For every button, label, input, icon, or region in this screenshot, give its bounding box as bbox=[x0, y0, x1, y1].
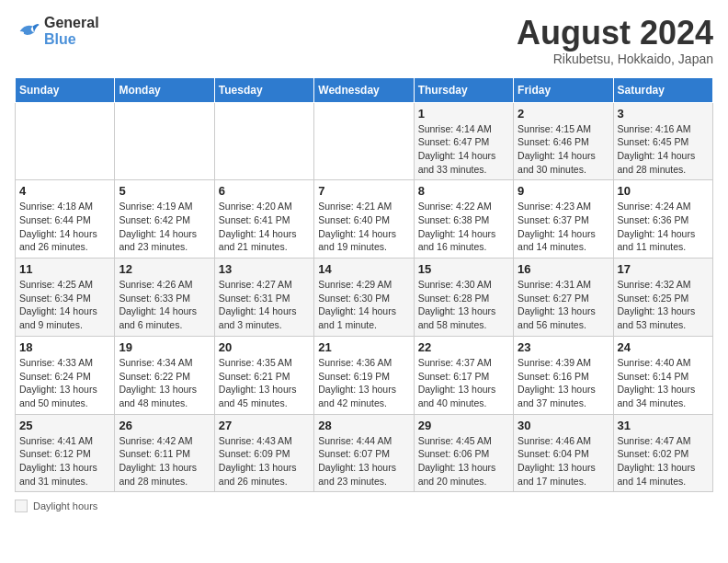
day-info: Sunrise: 4:37 AM Sunset: 6:17 PM Dayligh… bbox=[418, 356, 509, 410]
day-info: Sunrise: 4:32 AM Sunset: 6:25 PM Dayligh… bbox=[618, 278, 709, 332]
day-number: 13 bbox=[219, 262, 310, 276]
table-row: 26Sunrise: 4:42 AM Sunset: 6:11 PM Dayli… bbox=[115, 414, 214, 492]
day-number: 20 bbox=[219, 340, 310, 354]
day-info: Sunrise: 4:26 AM Sunset: 6:33 PM Dayligh… bbox=[119, 278, 210, 332]
logo: General Blue bbox=[15, 15, 99, 48]
day-number: 19 bbox=[119, 340, 210, 354]
day-number: 3 bbox=[618, 107, 709, 121]
table-row: 17Sunrise: 4:32 AM Sunset: 6:25 PM Dayli… bbox=[613, 259, 712, 337]
calendar-week-row: 1Sunrise: 4:14 AM Sunset: 6:47 PM Daylig… bbox=[16, 102, 713, 180]
day-info: Sunrise: 4:20 AM Sunset: 6:41 PM Dayligh… bbox=[219, 200, 310, 254]
day-info: Sunrise: 4:21 AM Sunset: 6:40 PM Dayligh… bbox=[318, 200, 409, 254]
day-info: Sunrise: 4:39 AM Sunset: 6:16 PM Dayligh… bbox=[518, 356, 609, 410]
day-info: Sunrise: 4:33 AM Sunset: 6:24 PM Dayligh… bbox=[19, 356, 110, 410]
weekday-header: Thursday bbox=[414, 77, 513, 102]
table-row: 11Sunrise: 4:25 AM Sunset: 6:34 PM Dayli… bbox=[16, 259, 115, 337]
day-info: Sunrise: 4:42 AM Sunset: 6:11 PM Dayligh… bbox=[119, 434, 210, 488]
logo-general-text: General bbox=[44, 15, 99, 30]
table-row: 25Sunrise: 4:41 AM Sunset: 6:12 PM Dayli… bbox=[16, 414, 115, 492]
weekday-header: Sunday bbox=[16, 77, 115, 102]
table-row: 21Sunrise: 4:36 AM Sunset: 6:19 PM Dayli… bbox=[314, 336, 414, 414]
logo-bird-icon bbox=[15, 18, 40, 44]
table-row: 28Sunrise: 4:44 AM Sunset: 6:07 PM Dayli… bbox=[314, 414, 414, 492]
table-row: 12Sunrise: 4:26 AM Sunset: 6:33 PM Dayli… bbox=[115, 259, 214, 337]
day-number: 21 bbox=[318, 340, 409, 354]
calendar-week-row: 11Sunrise: 4:25 AM Sunset: 6:34 PM Dayli… bbox=[16, 259, 713, 337]
day-number: 24 bbox=[618, 340, 709, 354]
weekday-header: Monday bbox=[115, 77, 214, 102]
day-info: Sunrise: 4:34 AM Sunset: 6:22 PM Dayligh… bbox=[119, 356, 210, 410]
table-row: 14Sunrise: 4:29 AM Sunset: 6:30 PM Dayli… bbox=[314, 259, 414, 337]
legend: Daylight hours bbox=[15, 500, 713, 512]
day-number: 17 bbox=[618, 262, 709, 276]
table-row: 5Sunrise: 4:19 AM Sunset: 6:42 PM Daylig… bbox=[115, 180, 214, 259]
day-info: Sunrise: 4:18 AM Sunset: 6:44 PM Dayligh… bbox=[19, 200, 110, 254]
table-row: 2Sunrise: 4:15 AM Sunset: 6:46 PM Daylig… bbox=[514, 102, 613, 180]
table-row: 30Sunrise: 4:46 AM Sunset: 6:04 PM Dayli… bbox=[514, 414, 613, 492]
table-row: 18Sunrise: 4:33 AM Sunset: 6:24 PM Dayli… bbox=[16, 336, 115, 414]
day-info: Sunrise: 4:46 AM Sunset: 6:04 PM Dayligh… bbox=[518, 434, 609, 488]
day-info: Sunrise: 4:14 AM Sunset: 6:47 PM Dayligh… bbox=[418, 122, 509, 177]
day-number: 5 bbox=[119, 184, 210, 198]
day-number: 15 bbox=[418, 262, 509, 276]
day-number: 22 bbox=[418, 340, 509, 354]
table-row: 10Sunrise: 4:24 AM Sunset: 6:36 PM Dayli… bbox=[613, 180, 712, 259]
table-row: 15Sunrise: 4:30 AM Sunset: 6:28 PM Dayli… bbox=[414, 259, 513, 337]
day-number: 9 bbox=[518, 184, 609, 198]
table-row: 27Sunrise: 4:43 AM Sunset: 6:09 PM Dayli… bbox=[214, 414, 313, 492]
day-info: Sunrise: 4:35 AM Sunset: 6:21 PM Dayligh… bbox=[219, 356, 310, 410]
page-header: General Blue August 2024 Rikubetsu, Hokk… bbox=[15, 15, 713, 66]
day-info: Sunrise: 4:15 AM Sunset: 6:46 PM Dayligh… bbox=[518, 122, 609, 177]
day-info: Sunrise: 4:45 AM Sunset: 6:06 PM Dayligh… bbox=[418, 434, 509, 488]
table-row: 31Sunrise: 4:47 AM Sunset: 6:02 PM Dayli… bbox=[613, 414, 712, 492]
month-year-title: August 2024 bbox=[517, 15, 713, 52]
day-info: Sunrise: 4:36 AM Sunset: 6:19 PM Dayligh… bbox=[318, 356, 409, 410]
day-info: Sunrise: 4:44 AM Sunset: 6:07 PM Dayligh… bbox=[318, 434, 409, 488]
table-row: 29Sunrise: 4:45 AM Sunset: 6:06 PM Dayli… bbox=[414, 414, 513, 492]
calendar-week-row: 4Sunrise: 4:18 AM Sunset: 6:44 PM Daylig… bbox=[16, 180, 713, 259]
weekday-row: SundayMondayTuesdayWednesdayThursdayFrid… bbox=[16, 77, 713, 102]
day-number: 30 bbox=[518, 419, 609, 432]
table-row: 7Sunrise: 4:21 AM Sunset: 6:40 PM Daylig… bbox=[314, 180, 414, 259]
day-info: Sunrise: 4:16 AM Sunset: 6:45 PM Dayligh… bbox=[618, 122, 709, 177]
calendar-header: SundayMondayTuesdayWednesdayThursdayFrid… bbox=[16, 77, 713, 102]
weekday-header: Tuesday bbox=[214, 77, 313, 102]
legend-label: Daylight hours bbox=[33, 500, 97, 511]
table-row: 24Sunrise: 4:40 AM Sunset: 6:14 PM Dayli… bbox=[613, 336, 712, 414]
table-row: 9Sunrise: 4:23 AM Sunset: 6:37 PM Daylig… bbox=[514, 180, 613, 259]
weekday-header: Wednesday bbox=[314, 77, 414, 102]
day-info: Sunrise: 4:23 AM Sunset: 6:37 PM Dayligh… bbox=[518, 200, 609, 254]
day-info: Sunrise: 4:22 AM Sunset: 6:38 PM Dayligh… bbox=[418, 200, 509, 254]
day-info: Sunrise: 4:47 AM Sunset: 6:02 PM Dayligh… bbox=[618, 434, 709, 488]
day-number: 25 bbox=[19, 419, 110, 432]
calendar-table: SundayMondayTuesdayWednesdayThursdayFrid… bbox=[15, 77, 713, 493]
day-number: 6 bbox=[219, 184, 310, 198]
day-number: 10 bbox=[618, 184, 709, 198]
logo-blue-text: Blue bbox=[44, 31, 76, 47]
day-info: Sunrise: 4:40 AM Sunset: 6:14 PM Dayligh… bbox=[618, 356, 709, 410]
table-row: 3Sunrise: 4:16 AM Sunset: 6:45 PM Daylig… bbox=[613, 102, 712, 180]
day-number: 1 bbox=[418, 107, 509, 121]
day-number: 7 bbox=[318, 184, 409, 198]
table-row: 16Sunrise: 4:31 AM Sunset: 6:27 PM Dayli… bbox=[514, 259, 613, 337]
table-row bbox=[314, 102, 414, 180]
day-number: 8 bbox=[418, 184, 509, 198]
calendar-week-row: 25Sunrise: 4:41 AM Sunset: 6:12 PM Dayli… bbox=[16, 414, 713, 492]
day-number: 18 bbox=[19, 340, 110, 354]
day-number: 29 bbox=[418, 419, 509, 432]
calendar-body: 1Sunrise: 4:14 AM Sunset: 6:47 PM Daylig… bbox=[16, 102, 713, 492]
day-number: 16 bbox=[518, 262, 609, 276]
day-number: 2 bbox=[518, 107, 609, 121]
calendar-week-row: 18Sunrise: 4:33 AM Sunset: 6:24 PM Dayli… bbox=[16, 336, 713, 414]
table-row: 20Sunrise: 4:35 AM Sunset: 6:21 PM Dayli… bbox=[214, 336, 313, 414]
day-info: Sunrise: 4:41 AM Sunset: 6:12 PM Dayligh… bbox=[19, 434, 110, 488]
day-number: 11 bbox=[19, 262, 110, 276]
table-row: 13Sunrise: 4:27 AM Sunset: 6:31 PM Dayli… bbox=[214, 259, 313, 337]
day-info: Sunrise: 4:29 AM Sunset: 6:30 PM Dayligh… bbox=[318, 278, 409, 332]
day-info: Sunrise: 4:25 AM Sunset: 6:34 PM Dayligh… bbox=[19, 278, 110, 332]
weekday-header: Friday bbox=[514, 77, 613, 102]
table-row: 6Sunrise: 4:20 AM Sunset: 6:41 PM Daylig… bbox=[214, 180, 313, 259]
table-row: 22Sunrise: 4:37 AM Sunset: 6:17 PM Dayli… bbox=[414, 336, 513, 414]
title-block: August 2024 Rikubetsu, Hokkaido, Japan bbox=[517, 15, 713, 66]
legend-box bbox=[15, 500, 28, 512]
